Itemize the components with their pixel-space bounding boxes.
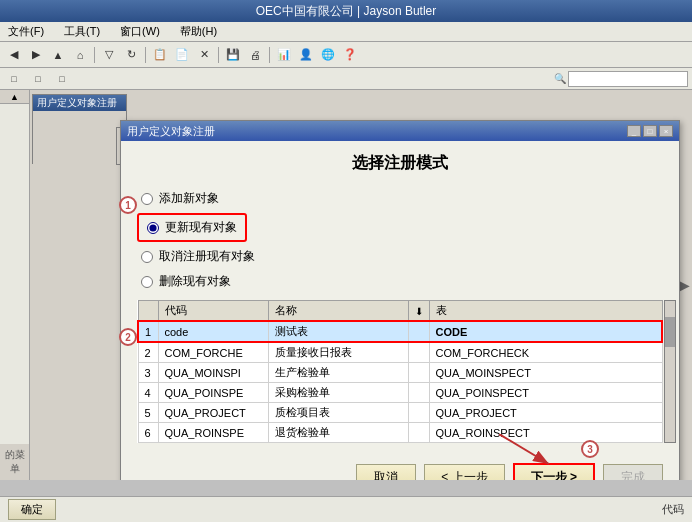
dialog-close[interactable]: × xyxy=(659,125,673,137)
radio-delete[interactable]: 删除现有对象 xyxy=(137,271,663,292)
cell-5-num: 5 xyxy=(138,403,158,423)
search-input[interactable] xyxy=(568,71,688,87)
annotation-region-1: 1 添加新对象 更新现有对象 xyxy=(137,188,663,292)
cell-1-code: code xyxy=(158,321,268,342)
dialog-maximize[interactable]: □ xyxy=(643,125,657,137)
toolbar-filter[interactable]: ▽ xyxy=(99,45,119,65)
cell-4-extra xyxy=(408,383,429,403)
table-row-5[interactable]: 5 QUA_PROJECT 质检项目表 QUA_PROJECT xyxy=(138,403,662,423)
cell-6-name: 退货检验单 xyxy=(268,423,408,443)
next-button[interactable]: 下一步 > xyxy=(513,463,595,480)
menu-bar: 文件(F) 工具(T) 窗口(W) 帮助(H) xyxy=(0,22,692,42)
small-window-title: 用户定义对象注册 xyxy=(33,95,126,111)
cell-4-table: QUA_POINSPECT xyxy=(429,383,662,403)
table-row-4[interactable]: 4 QUA_POINSPE 采购检验单 QUA_POINSPECT xyxy=(138,383,662,403)
radio-add-label: 添加新对象 xyxy=(159,190,219,207)
cell-2-extra xyxy=(408,342,429,363)
toolbar-paste[interactable]: 📄 xyxy=(172,45,192,65)
table-scroll-thumb xyxy=(665,317,675,347)
toolbar-globe[interactable]: 🌐 xyxy=(318,45,338,65)
toolbar-chart[interactable]: 📊 xyxy=(274,45,294,65)
annotation-circle-2: 2 xyxy=(119,328,137,346)
menu-tools[interactable]: 工具(T) xyxy=(60,24,104,39)
toolbar-refresh[interactable]: ↻ xyxy=(121,45,141,65)
small-window: 用户定义对象注册 xyxy=(32,94,127,164)
toolbar-up[interactable]: ▲ xyxy=(48,45,68,65)
search-box: 🔍 xyxy=(554,71,688,87)
menu-file[interactable]: 文件(F) xyxy=(4,24,48,39)
toolbar-back[interactable]: ◀ xyxy=(4,45,24,65)
finish-button[interactable]: 完成 xyxy=(603,464,663,480)
confirm-button[interactable]: 确定 xyxy=(8,499,56,520)
sidebar-up-arrow[interactable]: ▲ xyxy=(0,90,29,104)
search-icon: 🔍 xyxy=(554,73,566,84)
table-row-3[interactable]: 3 QUA_MOINSPI 生产检验单 QUA_MOINSPECT xyxy=(138,363,662,383)
toolbar-home[interactable]: ⌂ xyxy=(70,45,90,65)
radio-delete-label: 删除现有对象 xyxy=(159,273,231,290)
cell-5-name: 质检项目表 xyxy=(268,403,408,423)
mini-btn-2[interactable]: □ xyxy=(28,69,48,89)
col-header-table: 表 xyxy=(429,301,662,322)
cancel-button[interactable]: 取消 xyxy=(356,464,416,480)
radio-update-label: 更新现有对象 xyxy=(165,219,237,236)
radio-update-highlight: 更新现有对象 xyxy=(137,213,247,242)
main-dialog: 用户定义对象注册 _ □ × 选择注册模式 1 xyxy=(120,120,680,480)
mini-btn-3[interactable]: □ xyxy=(52,69,72,89)
cell-1-name: 测试表 xyxy=(268,321,408,342)
prev-button[interactable]: < 上一步 xyxy=(424,464,504,480)
radio-cancel-input[interactable] xyxy=(141,251,153,263)
radio-add-input[interactable] xyxy=(141,193,153,205)
toolbar-copy[interactable]: 📋 xyxy=(150,45,170,65)
col-header-code: 代码 xyxy=(158,301,268,322)
dialog-minimize[interactable]: _ xyxy=(627,125,641,137)
cell-4-num: 4 xyxy=(138,383,158,403)
toolbar-fwd[interactable]: ▶ xyxy=(26,45,46,65)
dialog-body: 1 添加新对象 更新现有对象 xyxy=(121,182,679,453)
col-header-extra: ⬇ xyxy=(408,301,429,322)
cell-3-code: QUA_MOINSPI xyxy=(158,363,268,383)
toolbar-save[interactable]: 💾 xyxy=(223,45,243,65)
table-scrollbar[interactable] xyxy=(664,300,676,443)
cell-6-extra xyxy=(408,423,429,443)
table-row-1[interactable]: 1 code 测试表 CODE xyxy=(138,321,662,342)
sidebar-content xyxy=(0,104,29,444)
cell-2-name: 质量接收日报表 xyxy=(268,342,408,363)
menu-help[interactable]: 帮助(H) xyxy=(176,24,221,39)
toolbar-delete[interactable]: ✕ xyxy=(194,45,214,65)
status-right-label: 代码 xyxy=(662,502,684,517)
toolbar-sep4 xyxy=(269,47,270,63)
toolbar-help[interactable]: ❓ xyxy=(340,45,360,65)
dialog-title-bar: 用户定义对象注册 _ □ × xyxy=(121,121,679,141)
cell-6-table: QUA_ROINSPECT xyxy=(429,423,662,443)
cell-5-table: QUA_PROJECT xyxy=(429,403,662,423)
cell-1-extra xyxy=(408,321,429,342)
cell-2-num: 2 xyxy=(138,342,158,363)
radio-group: 添加新对象 更新现有对象 取消注册现有对象 xyxy=(137,188,663,292)
col-header-num xyxy=(138,301,158,322)
menu-window[interactable]: 窗口(W) xyxy=(116,24,164,39)
toolbar-sep2 xyxy=(145,47,146,63)
table-container: 代码 名称 ⬇ 表 1 xyxy=(137,300,663,443)
cell-5-extra xyxy=(408,403,429,423)
toolbar-sep1 xyxy=(94,47,95,63)
radio-add[interactable]: 添加新对象 xyxy=(137,188,663,209)
content-area: 用户定义对象注册 用户定义对象注册 _ □ × 选择注册模式 xyxy=(30,90,692,480)
table-row-6[interactable]: 6 QUA_ROINSPE 退货检验单 QUA_ROINSPECT xyxy=(138,423,662,443)
radio-cancel-label: 取消注册现有对象 xyxy=(159,248,255,265)
toolbar-user[interactable]: 👤 xyxy=(296,45,316,65)
radio-delete-input[interactable] xyxy=(141,276,153,288)
cell-3-name: 生产检验单 xyxy=(268,363,408,383)
secondary-toolbar: □ □ □ 🔍 xyxy=(0,68,692,90)
toolbar-print[interactable]: 🖨 xyxy=(245,45,265,65)
right-edge-arrow: ▶ xyxy=(679,277,690,293)
radio-update[interactable]: 更新现有对象 xyxy=(143,217,241,238)
radio-cancel[interactable]: 取消注册现有对象 xyxy=(137,246,663,267)
app-title: OEC中国有限公司 | Jayson Butler xyxy=(256,3,437,20)
annotation-circle-3: 3 xyxy=(581,440,599,458)
cell-1-num: 1 xyxy=(138,321,158,342)
cell-3-table: QUA_MOINSPECT xyxy=(429,363,662,383)
table-row-2[interactable]: 2 COM_FORCHE 质量接收日报表 COM_FORCHECK xyxy=(138,342,662,363)
status-bar: 确定 代码 xyxy=(0,496,692,522)
mini-btn-1[interactable]: □ xyxy=(4,69,24,89)
radio-update-input[interactable] xyxy=(147,222,159,234)
